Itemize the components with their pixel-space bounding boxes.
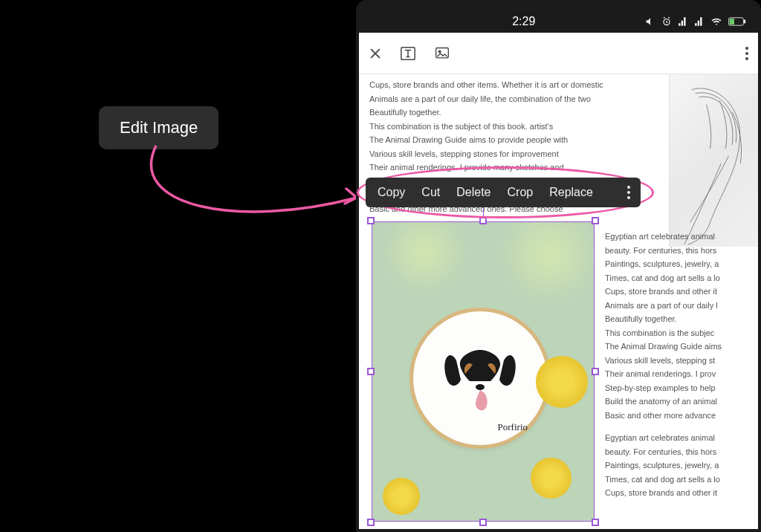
doc-line: beauty. For centuries, this hors (605, 244, 761, 257)
resize-handle-ml[interactable] (367, 368, 375, 375)
document-text-right: Egyptian art celebrates animal beauty. F… (605, 230, 761, 501)
doc-line: beauty. For centuries, this hors (605, 446, 761, 458)
doc-line: Egyptian art celebrates animal (605, 230, 761, 243)
svg-rect-3 (744, 20, 745, 24)
volume-icon (645, 16, 655, 27)
doc-line: The Animal Drawing Guide aims (605, 340, 761, 353)
doc-line: Basic and other more advance (605, 409, 761, 422)
replace-button[interactable]: Replace (549, 186, 593, 199)
svg-point-9 (745, 57, 748, 60)
wifi-icon (710, 16, 722, 27)
signal-icon-2 (694, 16, 705, 27)
alarm-icon (661, 16, 672, 27)
svg-rect-2 (730, 19, 734, 25)
copy-button[interactable]: Copy (378, 186, 405, 199)
doc-line: Egyptian art celebrates animal (605, 432, 761, 444)
svg-point-11 (468, 372, 474, 378)
flower-decoration (536, 356, 588, 408)
doc-line: Various skill levels, stepping st (605, 354, 761, 367)
svg-point-12 (486, 372, 492, 378)
status-bar: 2:29 (359, 10, 758, 33)
status-icons (645, 16, 746, 27)
more-icon[interactable] (745, 46, 749, 61)
doc-line: Cups, store brands and other items. Whet… (369, 79, 607, 91)
doc-line: Their animal renderings. I prov (605, 368, 761, 380)
svg-point-13 (476, 384, 485, 390)
text-format-icon[interactable] (399, 45, 417, 62)
battery-icon (728, 16, 746, 27)
resize-handle-tr[interactable] (592, 217, 599, 224)
status-time: 2:29 (512, 15, 535, 28)
more-options-button[interactable] (623, 186, 635, 199)
doc-line: Times, cat and dog art sells a lo (605, 272, 761, 285)
foliage-decoration (380, 221, 469, 296)
selected-image[interactable]: Porfirio (372, 221, 595, 522)
doc-line: Their animal renderings. I provide many … (369, 161, 607, 174)
horse-sketch-icon (670, 74, 758, 247)
sketch-image[interactable] (669, 74, 758, 247)
resize-handle-tl[interactable] (367, 217, 375, 224)
dog-illustration-icon (427, 325, 534, 432)
resize-handle-br[interactable] (592, 519, 599, 526)
svg-point-7 (745, 47, 748, 50)
embroidery-hoop: Porfirio (413, 311, 547, 445)
image-icon[interactable] (433, 46, 451, 61)
resize-handle-tm[interactable] (479, 217, 487, 224)
crop-button[interactable]: Crop (508, 186, 534, 199)
editor-toolbar (359, 33, 758, 74)
doc-line: Cups, store brands and other it (605, 285, 761, 298)
doc-line: This combination is the subject of this … (369, 120, 607, 133)
doc-line: Step-by-step examples to help (605, 382, 761, 395)
image-context-menu: Copy Cut Delete Crop Replace (366, 178, 641, 207)
doc-line: Paintings, sculptures, jewelry, a (605, 258, 761, 270)
doc-line: Various skill levels, stepping stones fo… (369, 148, 607, 160)
signal-icon (678, 16, 688, 27)
doc-line: Build the anatomy of an animal (605, 395, 761, 408)
doc-line: Beautifully together. (369, 106, 607, 119)
close-icon[interactable] (368, 46, 383, 61)
doc-line: This combination is the subjec (605, 327, 761, 340)
svg-point-6 (438, 51, 441, 53)
embroidery-image[interactable]: Porfirio (372, 221, 595, 522)
signature-text: Porfirio (498, 421, 528, 433)
doc-line: Times, cat and dog art sells a lo (605, 473, 761, 486)
delete-button[interactable]: Delete (456, 186, 490, 199)
svg-point-8 (745, 52, 748, 55)
flower-decoration (383, 478, 420, 515)
cut-button[interactable]: Cut (421, 186, 440, 199)
resize-handle-mr[interactable] (592, 368, 599, 375)
resize-handle-bm[interactable] (479, 519, 487, 526)
doc-line: Beautifully together. (605, 313, 761, 325)
foliage-decoration (497, 221, 595, 307)
doc-line: Paintings, sculptures, jewelry, a (605, 459, 761, 472)
doc-line: Animals are a part of our daily life, th… (369, 93, 607, 106)
resize-handle-bl[interactable] (367, 519, 375, 526)
doc-line: Cups, store brands and other it (605, 487, 761, 499)
doc-line: Animals are a part of our daily l (605, 299, 761, 312)
flower-decoration (531, 458, 571, 499)
annotation-arrow (126, 140, 372, 236)
doc-line: The Animal Drawing Guide aims to provide… (369, 134, 607, 146)
